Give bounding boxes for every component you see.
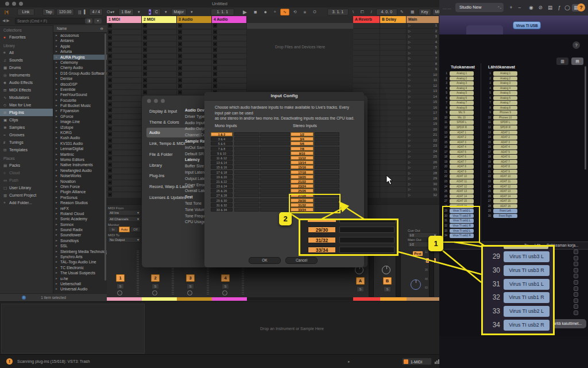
clip-slot[interactable] xyxy=(177,72,211,78)
plugin-vendor-row[interactable]: Antares xyxy=(53,38,107,43)
mono-name-cell[interactable] xyxy=(234,189,260,193)
plugin-vendor-row[interactable]: iZotope xyxy=(53,125,107,130)
mono-name-cell[interactable] xyxy=(260,179,290,183)
plugin-vendor-row[interactable]: discoDSP xyxy=(53,82,107,87)
clip-stop-icon[interactable] xyxy=(108,96,112,100)
clip-slot[interactable] xyxy=(177,48,211,53)
clip-stop-icon[interactable] xyxy=(213,72,217,76)
channel-chip[interactable]: ADAT 16 xyxy=(493,204,517,209)
plugin-vendor-row[interactable]: Momo Editors xyxy=(53,157,107,162)
clip-stop-icon[interactable] xyxy=(213,30,217,34)
return-activity-button[interactable]: A xyxy=(356,277,365,285)
clip-stop-icon[interactable] xyxy=(178,42,182,46)
mono-input-toggle[interactable]: 13 & 14 xyxy=(211,160,233,164)
channel-chip[interactable]: ADAT 14 xyxy=(493,194,517,199)
mono-name-cell[interactable] xyxy=(234,198,260,202)
channel-chip[interactable]: SPDIF R xyxy=(493,125,517,130)
metronome-icon[interactable]: ||| ▐ xyxy=(75,9,88,16)
solo-button[interactable]: S xyxy=(384,286,391,292)
mono-name-cell[interactable] xyxy=(260,165,290,169)
scene-launch-slot[interactable]: 4 xyxy=(407,40,439,45)
mono-input-toggle[interactable]: 21 & 22 xyxy=(211,179,233,183)
help-icon[interactable]: ? xyxy=(577,3,585,12)
channel-chip[interactable]: Phones 10 xyxy=(493,116,517,120)
clip-stop-icon[interactable] xyxy=(108,151,112,155)
plugin-vendor-row[interactable]: accusonus xyxy=(53,33,107,38)
mono-name-cell[interactable] xyxy=(234,175,260,179)
clip-slot[interactable] xyxy=(177,30,211,36)
clip-slot[interactable] xyxy=(177,42,211,48)
mono-input-toggle[interactable]: 25 & 26 xyxy=(211,189,233,193)
plugin-vendor-row[interactable]: Universal Audio xyxy=(53,286,107,292)
mono-name-cell[interactable] xyxy=(260,151,290,155)
scene-launch-slot[interactable]: 21 xyxy=(407,132,439,138)
return-clip-slot[interactable] xyxy=(380,40,406,45)
return-clip-slot[interactable] xyxy=(353,62,380,67)
channel-chip[interactable]: ADAT 3 xyxy=(493,140,517,145)
scene-launch-slot[interactable]: 26 xyxy=(407,160,439,166)
return-clip-slot[interactable] xyxy=(380,45,406,51)
mono-input-toggle[interactable]: 5 & 6 xyxy=(211,141,233,145)
mono-input-toggle[interactable]: 9 & 10 xyxy=(211,151,233,155)
scene-launch-slot[interactable]: 17 xyxy=(407,110,439,116)
clip-stop-icon[interactable] xyxy=(143,78,147,82)
midi-from-chooser[interactable]: All Ins▾ xyxy=(108,210,141,216)
plugin-vendor-row[interactable]: SSL xyxy=(53,243,107,248)
track-header[interactable]: 1 MIDI xyxy=(107,16,142,23)
quantize-arrow-icon[interactable]: ▾ xyxy=(135,9,143,16)
mono-input-toggle[interactable]: 27 & 28 xyxy=(211,193,233,197)
return-clip-slot[interactable] xyxy=(380,165,406,171)
channel-chip[interactable]: ADAT 15 xyxy=(450,199,474,204)
clip-slot[interactable] xyxy=(107,54,141,60)
deviation-checkbox[interactable] xyxy=(574,304,578,309)
scene-launch-slot[interactable]: 23 xyxy=(407,143,439,149)
plugin-vendor-row[interactable]: Synchro Arts xyxy=(53,254,107,259)
return-meter[interactable] xyxy=(396,251,401,297)
channel-chip[interactable]: ADAT 13 xyxy=(493,189,517,194)
clip-slot[interactable] xyxy=(142,24,176,29)
plugin-vendor-row[interactable]: TAL-Togu Audio Line xyxy=(53,259,107,264)
scene-launch-slot[interactable]: 16 xyxy=(407,105,439,111)
return-clip-slot[interactable] xyxy=(380,121,406,127)
circle-icon[interactable]: ◯ xyxy=(563,4,571,12)
sidebar-item[interactable]: ⊡Templates xyxy=(0,146,53,154)
quantize-chooser[interactable]: 1 Bar xyxy=(118,9,134,16)
mono-input-toggle[interactable]: 3 & 4 xyxy=(211,137,233,141)
return-clip-slot[interactable] xyxy=(353,72,380,78)
channel-chip[interactable]: Analog 3 xyxy=(493,81,517,86)
channel-scrollbar[interactable] xyxy=(585,66,586,170)
channel-chip[interactable]: ADAT 11 xyxy=(450,179,474,184)
plugin-vendor-row[interactable]: Sonnox xyxy=(53,222,107,227)
plugin-vendor-row[interactable]: LennarDigital xyxy=(53,146,107,151)
clip-stop-icon[interactable] xyxy=(178,24,182,28)
track-header[interactable]: 2 MIDI xyxy=(142,16,177,23)
clip-stop-icon[interactable] xyxy=(108,108,112,112)
midi-channel-chooser[interactable]: All Channels▾ xyxy=(108,216,141,222)
deviation-checkbox[interactable] xyxy=(574,310,578,315)
clip-stop-icon[interactable] xyxy=(108,72,112,76)
clip-slot[interactable] xyxy=(177,78,211,84)
channel-chip[interactable]: ADAT 3 xyxy=(450,140,474,145)
return-clip-slot[interactable] xyxy=(353,23,380,29)
stereo-input-toggle[interactable]: 21/22 xyxy=(291,179,314,183)
channel-chip[interactable]: ADAT 5 xyxy=(450,150,474,155)
mono-name-cell[interactable] xyxy=(234,184,260,188)
clip-stop-icon[interactable] xyxy=(178,84,182,88)
return-activity-button[interactable]: B xyxy=(383,277,392,285)
scene-launch-slot[interactable]: 22 xyxy=(407,138,439,144)
clip-slot[interactable] xyxy=(107,102,141,108)
arm-button[interactable] xyxy=(152,290,157,296)
deviation-checkbox[interactable] xyxy=(574,250,578,254)
solo-button[interactable]: S xyxy=(152,283,159,289)
channel-chip[interactable]: ADAT 9 xyxy=(450,170,474,174)
draw-mode-icon[interactable]: ✎ xyxy=(397,9,407,16)
channel-chip[interactable]: Analog 2 xyxy=(450,76,474,81)
stereo-input-toggle[interactable]: 13/14 xyxy=(291,160,314,164)
return-clip-slot[interactable] xyxy=(380,138,406,144)
clip-stop-icon[interactable] xyxy=(108,48,112,52)
return-clip-slot[interactable] xyxy=(380,23,406,29)
return-clip-slot[interactable] xyxy=(353,40,380,45)
mono-name-cell[interactable] xyxy=(234,160,260,164)
return-clip-slot[interactable] xyxy=(380,51,406,56)
stereo-name-cell[interactable] xyxy=(315,151,339,155)
